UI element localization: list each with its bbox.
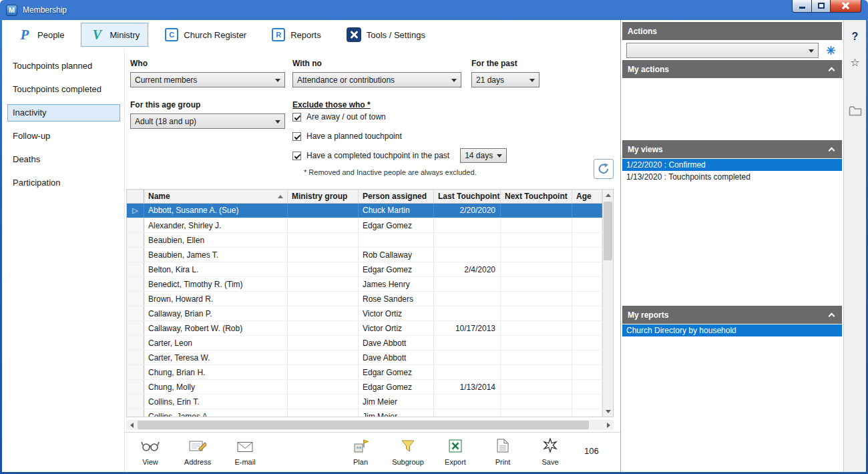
cell-ministry-group (288, 233, 359, 247)
scroll-up-button[interactable] (603, 190, 613, 200)
horizontal-scrollbar[interactable] (126, 420, 614, 430)
completed-touchpoint-label: Have a completed touchpoint in the past (306, 151, 449, 160)
cell-last-touchpoint: 2/20/2020 (434, 204, 501, 218)
table-row[interactable]: Callaway, Brian P. Victor Ortiz (127, 306, 602, 321)
refresh-button[interactable] (594, 159, 614, 179)
table-row[interactable]: Chung, Brian H. Edgar Gomez (127, 365, 602, 380)
list-item[interactable]: Church Directory by household (622, 324, 842, 336)
away-checkbox-label: Are away / out of town (306, 112, 386, 122)
minimize-button[interactable] (792, 0, 812, 13)
age-group-dropdown[interactable]: Adult (18 and up) (130, 113, 285, 129)
table-row[interactable]: Carter, Leon Dave Abbott (127, 336, 602, 350)
table-row[interactable]: Alexander, Shirley J. Edgar Gomez (127, 218, 602, 233)
completed-period-dropdown[interactable]: 14 days (460, 148, 507, 163)
cell-age (572, 262, 602, 276)
new-action-button[interactable] (823, 43, 839, 58)
table-row[interactable]: Brown, Howard R. Rose Sanders (127, 292, 602, 306)
cell-person-assigned: Dave Abbott (359, 350, 434, 365)
address-button[interactable]: Address (178, 437, 217, 466)
cell-person-assigned: Edgar Gomez (359, 380, 434, 394)
tab-people[interactable]: People (9, 23, 73, 47)
away-checkbox[interactable] (292, 113, 301, 122)
table-row[interactable]: Benedict, Timothy R. (Tim) James Henry (127, 277, 602, 292)
scroll-right-button[interactable] (603, 420, 614, 430)
my-views-header[interactable]: My views (622, 140, 842, 158)
cell-name: Collins, James A. (144, 409, 288, 417)
cell-last-touchpoint: 1/13/2014 (434, 380, 501, 394)
cell-person-assigned: Victor Ortiz (359, 306, 434, 320)
email-button[interactable]: E-mail (226, 437, 264, 466)
cell-person-assigned: Rose Sanders (359, 292, 434, 306)
for-the-past-dropdown[interactable]: 21 days (471, 72, 539, 87)
column-header-name[interactable]: Name (144, 190, 288, 203)
table-row[interactable]: Collins, Erin T. Jim Meier (127, 395, 602, 409)
save-button[interactable]: Save (531, 437, 570, 466)
cell-last-touchpoint: 10/17/2013 (434, 321, 501, 335)
my-actions-header[interactable]: My actions (622, 60, 842, 78)
table-row[interactable]: Callaway, Robert W. (Rob) Victor Ortiz 1… (127, 321, 602, 336)
refresh-icon (598, 163, 610, 175)
with-no-dropdown[interactable]: Attendance or contributions (292, 72, 461, 87)
column-header-age[interactable]: Age (572, 190, 602, 203)
chevron-down-icon (451, 79, 457, 82)
cell-person-assigned: Dave Abbott (359, 336, 434, 350)
tab-church-register[interactable]: Church Register (156, 23, 255, 46)
sidebar-item[interactable]: Participation (7, 174, 120, 192)
sidebar-item[interactable]: Touchpoints completed (7, 81, 120, 98)
scroll-left-button[interactable] (126, 420, 137, 430)
cell-name: Beaubien, James T. (144, 248, 288, 262)
column-header-next-touchpoint[interactable]: Next Touchpoint (501, 190, 572, 203)
cell-next-touchpoint (501, 350, 572, 365)
who-dropdown[interactable]: Current members (130, 72, 285, 87)
export-button[interactable]: Export (436, 437, 475, 466)
cell-last-touchpoint (434, 277, 501, 291)
completed-touchpoint-checkbox[interactable] (292, 152, 301, 160)
my-reports-header[interactable]: My reports (622, 306, 842, 324)
subgroup-button[interactable]: Subgroup (389, 437, 427, 466)
table-row[interactable]: Beaubien, Ellen (127, 233, 602, 248)
list-item[interactable]: 1/13/2020 : Touchpoints completed (622, 171, 842, 183)
tab-ministry[interactable]: Ministry (81, 23, 148, 47)
table-row[interactable]: Belton, Kira L. Edgar Gomez 2/4/2020 (127, 262, 602, 277)
cell-age (572, 336, 602, 350)
table-row[interactable]: Carter, Teresa W. Dave Abbott (127, 350, 602, 365)
plan-button[interactable]: Plan (341, 437, 380, 466)
cell-ministry-group (288, 380, 359, 394)
actions-dropdown[interactable] (626, 43, 819, 58)
row-indicator (127, 306, 144, 320)
horizontal-scroll-thumb[interactable] (138, 421, 589, 429)
vertical-scroll-thumb[interactable] (604, 202, 612, 260)
column-header-ministry-group[interactable]: Ministry group (288, 190, 359, 203)
cell-next-touchpoint (501, 248, 572, 262)
table-row[interactable]: Beaubien, James T. Rob Callaway (127, 248, 602, 262)
cell-ministry-group (288, 336, 359, 350)
cell-name: Chung, Brian H. (144, 365, 288, 379)
tab-label: Church Register (184, 30, 246, 40)
close-button[interactable] (831, 0, 861, 13)
sidebar-item[interactable]: Deaths (7, 151, 120, 168)
favorites-star-icon[interactable] (844, 56, 866, 69)
cell-name: Beaubien, Ellen (144, 233, 288, 247)
folder-icon[interactable] (844, 105, 866, 118)
table-row[interactable]: Chung, Molly Edgar Gomez 1/13/2014 (127, 380, 602, 395)
column-header-person-assigned[interactable]: Person assigned (359, 190, 434, 203)
print-button[interactable]: Print (483, 437, 522, 466)
planned-touchpoint-checkbox[interactable] (292, 132, 301, 141)
sidebar-item[interactable]: Inactivity (7, 104, 120, 122)
table-row[interactable]: Collins, James A. Jim Meier (127, 409, 602, 417)
tab-tools-settings[interactable]: Tools / Settings (338, 23, 434, 47)
for-the-past-label: For the past (471, 59, 517, 68)
view-button[interactable]: View (131, 437, 170, 466)
maximize-button[interactable] (812, 0, 831, 13)
list-item[interactable]: 1/22/2020 : Confirmed (622, 159, 842, 171)
actions-header: Actions (622, 22, 842, 40)
sidebar-item[interactable]: Follow-up (7, 128, 120, 145)
cell-person-assigned: Edgar Gomez (359, 262, 434, 276)
sidebar-item[interactable]: Touchpoints planned (7, 57, 120, 75)
column-header-last-touchpoint[interactable]: Last Touchpoint (434, 190, 501, 203)
help-icon[interactable] (844, 31, 866, 43)
tab-reports[interactable]: Reports (263, 23, 330, 46)
table-row[interactable]: Abbott, Susanne A. (Sue) Chuck Martin 2/… (127, 204, 602, 218)
vertical-scrollbar[interactable] (602, 190, 613, 417)
scroll-down-button[interactable] (603, 406, 613, 417)
